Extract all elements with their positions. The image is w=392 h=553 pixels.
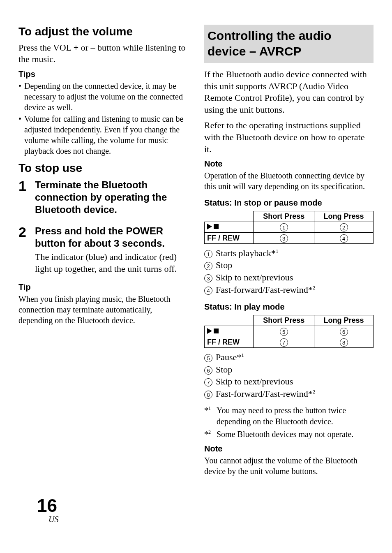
circled-8-icon: 8: [204, 391, 212, 399]
step-heading: Terminate the Bluetooth connection by op…: [35, 179, 188, 216]
legend-item: 4Fast-forward/Fast-rewind*2: [204, 284, 374, 296]
tip-label: Tip: [18, 282, 188, 292]
table-cell: 7: [254, 337, 314, 347]
table-header-short-press: Short Press: [254, 315, 314, 326]
table-row-play-stop: [205, 222, 254, 233]
right-column: Controlling the audio device – AVRCP If …: [204, 25, 374, 477]
circled-4-icon: 4: [340, 234, 348, 243]
table-cell: 4: [314, 233, 374, 243]
circled-2-icon: 2: [340, 223, 348, 231]
section-heading-avrcp: Controlling the audio device – AVRCP: [204, 25, 374, 63]
legend-item: 7Skip to next/previous: [204, 375, 374, 388]
table-blank-cell: [205, 315, 254, 326]
table-cell: 2: [314, 222, 374, 233]
note-body: You cannot adjust the volume of the Blue…: [204, 455, 374, 477]
tip-item: •Depending on the connected device, it m…: [18, 81, 188, 113]
table-cell: 3: [254, 233, 314, 243]
circled-7-icon: 7: [204, 378, 212, 386]
footnotes: *1 You may need to press the button twic…: [204, 405, 374, 440]
circled-7-icon: 7: [280, 338, 288, 347]
note-body: Operation of the Bluetooth connecting de…: [204, 170, 374, 192]
circled-5-icon: 5: [204, 354, 212, 362]
play-stop-icon: [207, 328, 219, 334]
tips-label: Tips: [18, 69, 188, 79]
footnote-2: *2 Some Bluetooth devices may not operat…: [204, 429, 374, 440]
left-column: To adjust the volume Press the VOL + or …: [18, 25, 188, 477]
tip-body: When you finish playing music, the Bluet…: [18, 294, 188, 326]
circled-6-icon: 6: [204, 366, 212, 375]
legend-item: 6Stop: [204, 363, 374, 376]
page-locale: US: [48, 515, 58, 524]
tip-item: •Volume for calling and listening to mus…: [18, 113, 188, 156]
intro-text-2: Refer to the operating instructions supp…: [204, 120, 374, 155]
table-blank-cell: [205, 211, 254, 222]
legend-list-1: 1Starts playback*1 2Stop 3Skip to next/p…: [204, 247, 374, 296]
note-label: Note: [204, 159, 374, 169]
table-header-long-press: Long Press: [314, 211, 374, 222]
step-text: The indicator (blue) and indicator (red)…: [35, 251, 188, 275]
avrcp-table-stop-pause: Short Press Long Press 1 2 FF / REW 3 4: [204, 211, 374, 244]
step-heading: Press and hold the POWER button for abou…: [35, 225, 188, 250]
step-number: 2: [18, 225, 35, 275]
table-header-long-press: Long Press: [314, 315, 374, 326]
status-title-stop-pause: Status: In stop or pause mode: [204, 198, 374, 208]
step-1: 1 Terminate the Bluetooth connection by …: [18, 179, 188, 217]
legend-item: 8Fast-forward/Fast-rewind*2: [204, 388, 374, 400]
table-cell: 1: [254, 222, 314, 233]
circled-8-icon: 8: [340, 338, 348, 347]
table-row-ff-rew: FF / REW: [205, 233, 254, 243]
heading-adjust-volume: To adjust the volume: [18, 25, 188, 39]
table-row-ff-rew: FF / REW: [205, 337, 254, 347]
circled-3-icon: 3: [204, 274, 212, 282]
circled-5-icon: 5: [280, 328, 288, 336]
page-footer: 16 US: [37, 497, 58, 524]
circled-2-icon: 2: [204, 262, 212, 270]
step-2: 2 Press and hold the POWER button for ab…: [18, 225, 188, 275]
avrcp-table-play: Short Press Long Press 5 6 FF / REW 7 8: [204, 315, 374, 348]
table-cell: 5: [254, 326, 314, 337]
intro-text-1: If the Bluetooth audio device connected …: [204, 69, 374, 116]
status-title-play: Status: In play mode: [204, 302, 374, 312]
legend-item: 2Stop: [204, 259, 374, 271]
heading-stop-use: To stop use: [18, 161, 188, 175]
legend-list-2: 5Pause*1 6Stop 7Skip to next/previous 8F…: [204, 351, 374, 400]
circled-1-icon: 1: [204, 250, 212, 258]
circled-4-icon: 4: [204, 287, 212, 295]
tips-list: •Depending on the connected device, it m…: [18, 81, 188, 156]
table-row-play-stop: [205, 326, 254, 337]
circled-1-icon: 1: [280, 223, 288, 231]
legend-item: 3Skip to next/previous: [204, 271, 374, 284]
table-cell: 8: [314, 337, 374, 347]
text-volume: Press the VOL + or – button while listen…: [18, 42, 188, 65]
note-label: Note: [204, 444, 374, 454]
step-number: 1: [18, 179, 35, 217]
steps-list: 1 Terminate the Bluetooth connection by …: [18, 179, 188, 275]
page-number: 16: [37, 497, 58, 515]
table-cell: 6: [314, 326, 374, 337]
circled-6-icon: 6: [340, 328, 348, 336]
legend-item: 5Pause*1: [204, 351, 374, 363]
play-stop-icon: [207, 224, 219, 229]
circled-3-icon: 3: [280, 234, 288, 243]
footnote-1: *1 You may need to press the button twic…: [204, 405, 374, 427]
legend-item: 1Starts playback*1: [204, 247, 374, 259]
table-header-short-press: Short Press: [254, 211, 314, 222]
